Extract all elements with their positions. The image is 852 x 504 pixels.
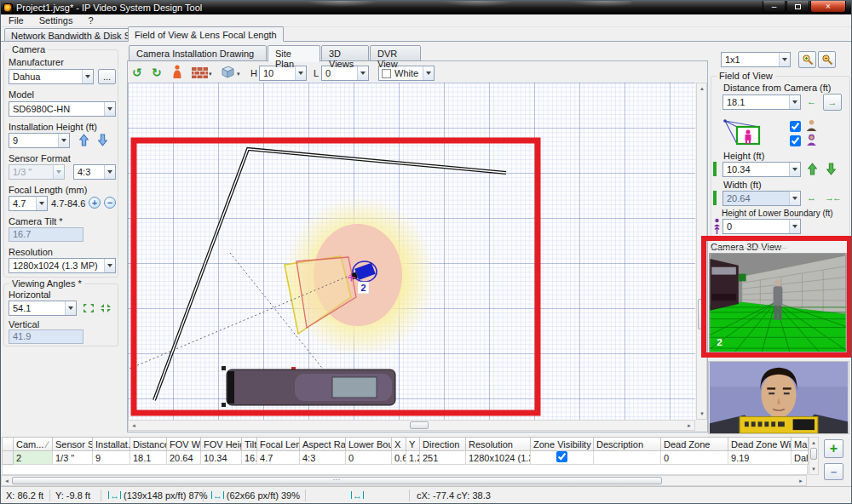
col-y[interactable]: Y — [406, 438, 420, 451]
redo-icon[interactable]: ↻ — [152, 66, 162, 79]
camera-table[interactable]: Cam... ∕ Sensor Si... Installat... Dista… — [2, 437, 809, 465]
cell-description[interactable] — [594, 451, 661, 465]
scroll-right-icon[interactable]: ► — [687, 423, 692, 428]
cell-resolution[interactable]: 1280x1024 (1.3 MP — [466, 451, 531, 465]
scroll-down-icon[interactable]: ▼ — [699, 411, 705, 416]
wall-tool-dropdown-icon[interactable]: ▾ — [209, 71, 212, 77]
table-hscroll-thumb[interactable]: ⋯ — [12, 477, 662, 484]
narrow-angle-icon[interactable] — [100, 303, 112, 313]
fov-width-select[interactable]: 20.64 — [722, 191, 801, 206]
col-sensor-size[interactable]: Sensor Si... — [53, 438, 93, 451]
lower-boundary-select[interactable]: 0 — [722, 219, 801, 234]
scroll-right-icon[interactable]: ► — [798, 478, 803, 484]
decrease-height-icon[interactable] — [826, 163, 836, 175]
cell-dead-zone[interactable]: 0 — [661, 451, 728, 465]
maximize-button[interactable] — [786, 1, 809, 13]
focal-length-select[interactable]: 4.7 — [9, 196, 48, 211]
undo-icon[interactable]: ↺ — [132, 66, 142, 79]
lower-camera-icon[interactable] — [98, 134, 107, 146]
camera-3d-preview[interactable]: 2 — [709, 253, 847, 352]
col-fov-width[interactable]: FOV Wi... — [167, 438, 201, 451]
tab-site-plan[interactable]: Site Plan — [268, 45, 320, 62]
cell-focal-length[interactable]: 4.7 — [257, 451, 300, 465]
col-camera[interactable]: Cam... ∕ — [14, 438, 53, 451]
canvas-hscroll-thumb[interactable] — [410, 421, 429, 429]
cell-installation[interactable]: 9 — [93, 451, 130, 465]
zoom-out-view-button[interactable] — [818, 51, 836, 68]
cell-x[interactable]: 0.6 — [392, 451, 406, 465]
close-button[interactable]: × — [810, 1, 846, 13]
zoom-out-focal-icon[interactable]: − — [104, 197, 116, 209]
bus-object[interactable] — [222, 366, 395, 407]
zone-visibility-checkbox[interactable] — [556, 451, 567, 462]
col-focal-length[interactable]: Focal Len... — [257, 438, 300, 451]
col-distance[interactable]: Distance — [130, 438, 167, 451]
col-dead-zone[interactable]: Dead Zone — [661, 438, 728, 451]
col-zone-visibility[interactable]: Zone Visibility — [531, 438, 594, 451]
aspect-ratio-select[interactable]: 4:3 — [73, 164, 116, 180]
table-vscrollbar[interactable]: ▲ ▼ — [809, 437, 819, 475]
zoom-in-view-button[interactable] — [798, 51, 816, 68]
menu-file[interactable]: File — [1, 15, 32, 26]
raise-camera-icon[interactable] — [79, 134, 89, 146]
cell-manufacturer[interactable]: Dah — [792, 451, 809, 465]
col-x[interactable]: X — [392, 438, 406, 451]
cell-lower-boundary[interactable]: 0 — [346, 451, 392, 465]
canvas-hscrollbar[interactable]: ◄ ► — [128, 420, 695, 431]
box-tool-dropdown-icon[interactable]: ▾ — [237, 71, 240, 77]
widen-angle-icon[interactable] — [83, 303, 95, 313]
menu-settings[interactable]: Settings — [32, 15, 81, 26]
table-hscrollbar[interactable]: ◄ ⋯ ► — [1, 475, 807, 486]
horizontal-angle-select[interactable]: 54.1 — [9, 301, 77, 316]
cell-fov-height[interactable]: 10.34 — [201, 451, 242, 465]
cell-sensor-size[interactable]: 1/3 " — [53, 451, 93, 465]
row-selector[interactable] — [3, 451, 14, 465]
col-manufacturer[interactable]: Ma... — [792, 438, 809, 451]
scroll-up-icon[interactable]: ▲ — [811, 440, 816, 445]
tab-dvr-view[interactable]: DVR View — [370, 45, 421, 61]
distance-select[interactable]: 18.1 — [722, 94, 801, 110]
resolution-select[interactable]: 1280x1024 (1.3 MP) — [9, 258, 116, 273]
tab-field-of-view[interactable]: Field of View & Lens Focal Length — [128, 26, 284, 42]
col-aspect-ratio[interactable]: Aspect Ra... — [300, 438, 346, 451]
zoom-in-focal-icon[interactable]: + — [89, 197, 101, 209]
widen-fov-icon[interactable]: ↔ — [807, 192, 816, 203]
cell-zone-visibility[interactable] — [531, 451, 594, 465]
col-fov-height[interactable]: FOV Heig... — [201, 438, 242, 451]
scroll-up-icon[interactable]: ▲ — [699, 86, 705, 91]
wall-tool-icon[interactable] — [192, 67, 208, 78]
col-lower-boundary[interactable]: Lower Bou... — [346, 438, 392, 451]
show-person-checkbox[interactable] — [790, 121, 801, 132]
manufacturer-more-button[interactable]: ... — [98, 69, 116, 84]
manufacturer-select[interactable]: Dahua — [9, 69, 94, 84]
col-description[interactable]: Description — [594, 438, 661, 451]
col-installation[interactable]: Installat... — [93, 438, 130, 451]
show-woman-checkbox[interactable] — [790, 135, 801, 146]
minimize-button[interactable]: – — [763, 1, 786, 13]
fov-height-select[interactable]: 10.34 — [722, 162, 801, 177]
move-closer-icon[interactable]: ← — [807, 96, 816, 106]
tab-camera-installation-drawing[interactable]: Camera Installation Drawing — [129, 45, 267, 61]
scroll-left-icon[interactable]: ◄ — [4, 478, 9, 484]
cell-camera[interactable]: 2 — [14, 451, 53, 465]
narrow-fov-icon[interactable]: →← — [825, 192, 840, 203]
cell-distance[interactable]: 18.1 — [130, 451, 167, 465]
scroll-left-icon[interactable]: ◄ — [131, 423, 136, 428]
col-resolution[interactable]: Resolution — [466, 438, 531, 451]
installation-height-select[interactable]: 9 — [9, 133, 70, 148]
table-vscroll-thumb[interactable] — [810, 448, 817, 460]
cell-fov-width[interactable]: 20.64 — [167, 451, 201, 465]
tab-3d-views[interactable]: 3D Views — [321, 45, 369, 61]
menu-help[interactable]: ? — [80, 15, 101, 26]
cell-tilt[interactable]: 16.7 — [242, 451, 257, 465]
cell-y[interactable]: 1.2 — [406, 451, 420, 465]
increase-height-icon[interactable] — [808, 163, 817, 175]
cell-aspect-ratio[interactable]: 4:3 — [300, 451, 346, 465]
box-tool-icon[interactable] — [221, 65, 235, 78]
table-row[interactable]: 2 1/3 " 9 18.1 20.64 10.34 16.7 4.7 4:3 … — [3, 451, 809, 465]
canvas-vscrollbar[interactable]: ▲ ▼ — [696, 83, 707, 420]
add-person-icon[interactable] — [172, 65, 182, 79]
col-dead-zone-width[interactable]: Dead Zone Width — [728, 438, 792, 451]
model-select[interactable]: SD6980C-HN — [9, 101, 116, 117]
scroll-down-icon[interactable]: ▼ — [811, 467, 816, 472]
